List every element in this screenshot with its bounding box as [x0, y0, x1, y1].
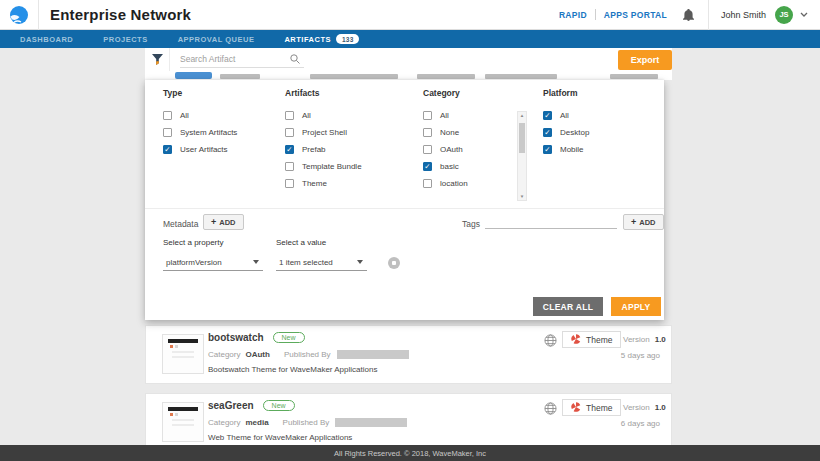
- clear-all-button[interactable]: CLEAR ALL: [533, 297, 603, 316]
- checkbox-option-all[interactable]: ✓All: [543, 107, 589, 124]
- apply-button[interactable]: APPLY: [611, 297, 661, 316]
- checkbox-unchecked[interactable]: [423, 128, 432, 137]
- value-select[interactable]: 1 item selected: [276, 254, 367, 271]
- version-value: 1.0: [655, 335, 666, 344]
- checkbox-option-all[interactable]: All: [285, 107, 362, 124]
- new-badge: New: [263, 400, 295, 411]
- filter-dropdown-panel: TypeAllSystem Artifacts✓User ArtifactsAr…: [145, 80, 664, 320]
- checkbox-label: All: [440, 111, 449, 120]
- magnifier-icon[interactable]: [290, 50, 300, 68]
- search-input[interactable]: [180, 54, 290, 64]
- obscured-fragment: [610, 74, 658, 79]
- apps-portal-link[interactable]: APPS PORTAL: [604, 10, 667, 20]
- avatar[interactable]: JS: [775, 6, 793, 24]
- checkbox-option-theme[interactable]: Theme: [285, 175, 362, 192]
- value-selected-value: 1 item selected: [279, 258, 333, 267]
- checkbox-label: Project Shell: [302, 128, 347, 137]
- checkbox-label: Mobile: [560, 145, 584, 154]
- tags-input[interactable]: [485, 214, 617, 229]
- filter-toggle-button[interactable]: [145, 48, 170, 71]
- checkbox-unchecked[interactable]: [423, 111, 432, 120]
- checkbox-option-all[interactable]: All: [163, 107, 237, 124]
- chevron-down-icon[interactable]: [800, 12, 808, 17]
- scroll-up-arrow[interactable]: ▲: [518, 113, 526, 118]
- filter-group-title: Category: [423, 88, 533, 98]
- checkbox-label: Theme: [302, 179, 327, 188]
- nav-tab-label: DASHBOARD: [20, 35, 73, 44]
- version-label: Version: [623, 403, 650, 412]
- checkbox-checked[interactable]: ✓: [543, 111, 552, 120]
- bell-icon[interactable]: [683, 9, 694, 21]
- checkbox-label: None: [440, 128, 459, 137]
- footer-text: All Rights Reserved. © 2018, WaveMaker, …: [334, 449, 486, 458]
- tags-add-button[interactable]: +ADD: [623, 214, 664, 230]
- nav-tab-projects[interactable]: PROJECTS: [103, 35, 147, 44]
- rapid-link[interactable]: RAPID: [559, 10, 587, 20]
- category-value: OAuth: [245, 350, 269, 359]
- filter-toolbar: Export: [145, 48, 672, 71]
- category-label: Category: [208, 418, 240, 427]
- checkbox-unchecked[interactable]: [423, 179, 432, 188]
- checkbox-checked[interactable]: ✓: [285, 145, 294, 154]
- checkbox-unchecked[interactable]: [285, 162, 294, 171]
- checkbox-option-prefab[interactable]: ✓Prefab: [285, 141, 362, 158]
- checkbox-option-project-shell[interactable]: Project Shell: [285, 124, 362, 141]
- artifact-name[interactable]: seaGreen: [208, 400, 254, 411]
- checkbox-label: Desktop: [560, 128, 589, 137]
- filter-group-category: CategoryAllNoneOAuth✓basiclocation▲▼: [423, 88, 533, 192]
- globe-icon[interactable]: [544, 334, 557, 347]
- plus-icon: +: [631, 217, 636, 227]
- checkbox-option-mobile[interactable]: ✓Mobile: [543, 141, 589, 158]
- nav-tab-artifacts[interactable]: ARTIFACTS133: [284, 34, 359, 44]
- plus-icon: +: [211, 217, 216, 227]
- checkbox-option-user-artifacts[interactable]: ✓User Artifacts: [163, 141, 237, 158]
- artifact-card-seagreen[interactable]: seaGreenNewCategorymediaPublished ByWeb …: [145, 393, 672, 452]
- checkbox-option-system-artifacts[interactable]: System Artifacts: [163, 124, 237, 141]
- updated-ago: 5 days ago: [621, 351, 660, 360]
- checkbox-unchecked[interactable]: [285, 111, 294, 120]
- filter-group-platform: Platform✓All✓Desktop✓Mobile: [543, 88, 589, 158]
- artifacts-count-badge: 133: [336, 34, 359, 44]
- checkbox-option-template-bundle[interactable]: Template Bundle: [285, 158, 362, 175]
- metadata-add-button[interactable]: +ADD: [203, 214, 244, 230]
- top-header: Enterprise Network RAPID APPS PORTAL Joh…: [0, 0, 820, 30]
- artifact-description: Web Theme for WaveMaker Applications: [208, 433, 352, 442]
- header-actions: RAPID APPS PORTAL John Smith JS: [559, 0, 820, 30]
- header-divider: [38, 0, 39, 30]
- globe-icon[interactable]: [544, 402, 557, 415]
- property-selected-value: platformVersion: [166, 258, 222, 267]
- scroll-thumb[interactable]: [519, 123, 525, 153]
- checkbox-unchecked[interactable]: [163, 111, 172, 120]
- nav-tab-dashboard[interactable]: DASHBOARD: [20, 35, 73, 44]
- artifact-thumbnail: [162, 334, 204, 374]
- user-name: John Smith: [721, 10, 766, 20]
- checkbox-unchecked[interactable]: [423, 145, 432, 154]
- artifact-card-bootswatch[interactable]: bootswatchNewCategoryOAuthPublished ByBo…: [145, 325, 672, 384]
- checkbox-unchecked[interactable]: [163, 128, 172, 137]
- published-by-label: Published By: [283, 418, 330, 427]
- checkbox-checked[interactable]: ✓: [543, 128, 552, 137]
- category-scrollbar[interactable]: ▲▼: [517, 111, 527, 201]
- checkbox-checked[interactable]: ✓: [423, 162, 432, 171]
- checkbox-label: All: [302, 111, 311, 120]
- scroll-down-arrow[interactable]: ▼: [518, 194, 526, 199]
- checkbox-checked[interactable]: ✓: [543, 145, 552, 154]
- artifact-type-badge: Theme: [562, 399, 621, 416]
- tags-label: Tags: [462, 219, 480, 229]
- nav-tab-approval-queue[interactable]: APPROVAL QUEUE: [178, 35, 255, 44]
- artifact-name[interactable]: bootswatch: [208, 332, 264, 343]
- nav-tab-label: PROJECTS: [103, 35, 147, 44]
- published-by-redacted: [337, 350, 409, 359]
- wavemaker-swirl-icon[interactable]: [9, 5, 29, 25]
- property-select[interactable]: platformVersion: [163, 254, 263, 271]
- panel-divider: [145, 208, 664, 209]
- nav-tab-label: ARTIFACTS: [284, 35, 331, 44]
- export-button[interactable]: Export: [618, 50, 672, 70]
- checkbox-option-desktop[interactable]: ✓Desktop: [543, 124, 589, 141]
- checkbox-unchecked[interactable]: [285, 128, 294, 137]
- value-label: Select a value: [276, 238, 326, 247]
- checkbox-checked[interactable]: ✓: [163, 145, 172, 154]
- filter-group-title: Type: [163, 88, 237, 98]
- checkbox-unchecked[interactable]: [285, 179, 294, 188]
- remove-circle-icon[interactable]: [388, 257, 400, 269]
